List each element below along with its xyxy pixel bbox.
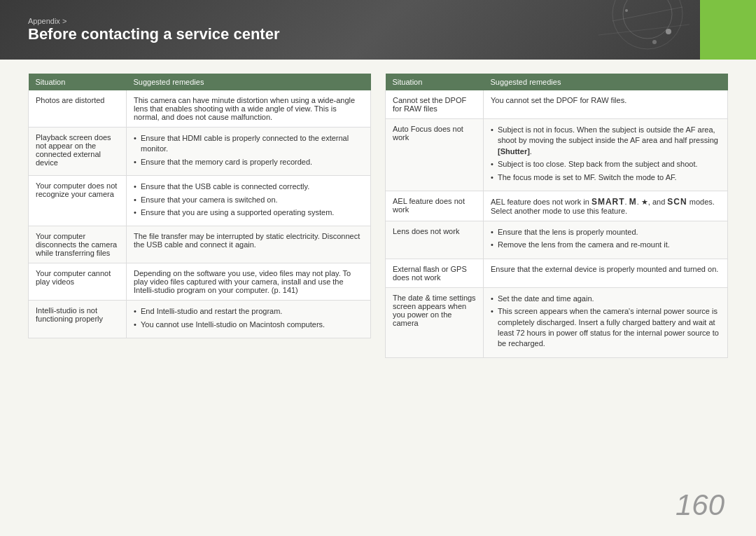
table-row: Your computer does not recognize your ca… xyxy=(29,176,371,226)
right-col1-header: Situation xyxy=(386,74,484,90)
remedy-cell: Ensure that the USB cable is connected c… xyxy=(127,176,371,226)
svg-point-0 xyxy=(623,0,672,39)
table-row: The date & time settings screen appears … xyxy=(386,287,728,357)
left-col2-header: Suggested remedies xyxy=(127,74,371,90)
situation-cell: The date & time settings screen appears … xyxy=(386,287,484,357)
remedy-cell: Ensure that the lens is properly mounted… xyxy=(484,221,728,259)
svg-point-2 xyxy=(666,29,671,34)
table-row: Photos are distortedThis camera can have… xyxy=(29,90,371,128)
left-table-header-row: Situation Suggested remedies xyxy=(29,74,371,90)
remedy-cell: Subject is not in focus. When the subjec… xyxy=(484,119,728,191)
main-title: Before contacting a service center xyxy=(28,25,279,43)
bullet-item: The focus mode is set to MF. Switch the … xyxy=(491,172,720,183)
situation-cell: Lens does not work xyxy=(386,221,484,259)
remedy-cell: End Intelli-studio and restart the progr… xyxy=(127,301,371,338)
left-col1-header: Situation xyxy=(29,74,127,90)
situation-cell: Photos are distorted xyxy=(29,90,127,128)
bullet-item: Ensure that HDMI cable is properly conne… xyxy=(134,133,363,155)
remedy-cell: You cannot set the DPOF for RAW files. xyxy=(484,90,728,119)
appendix-label: Appendix > xyxy=(28,17,279,25)
header-title: Appendix > Before contacting a service c… xyxy=(28,17,279,43)
page-header: Appendix > Before contacting a service c… xyxy=(0,0,756,60)
svg-line-6 xyxy=(598,25,690,35)
bullet-item: Subject is too close. Step back from the… xyxy=(491,159,720,170)
bullet-item: Ensure that the USB cable is connected c… xyxy=(134,181,363,192)
table-row: Lens does not workEnsure that the lens i… xyxy=(386,221,728,259)
bullet-item: End Intelli-studio and restart the progr… xyxy=(134,306,363,317)
table-row: Your computer disconnects the camera whi… xyxy=(29,226,371,263)
scn-keyword: SCN xyxy=(667,197,687,207)
bullet-item: Set the date and time again. xyxy=(491,294,720,304)
svg-point-4 xyxy=(652,40,657,44)
right-table-header-row: Situation Suggested remedies xyxy=(386,74,728,90)
remedy-cell: Set the date and time again.This screen … xyxy=(484,287,728,357)
bullet-item: Ensure that the lens is properly mounted… xyxy=(491,227,720,238)
table-row: Your computer cannot play videosDependin… xyxy=(29,263,371,301)
remedy-cell: This camera can have minute distortion w… xyxy=(127,90,371,128)
right-table: Situation Suggested remedies Cannot set … xyxy=(385,74,728,358)
header-decoration xyxy=(542,0,696,60)
table-row: Auto Focus does not workSubject is not i… xyxy=(386,119,728,191)
situation-cell: Auto Focus does not work xyxy=(386,119,484,191)
svg-point-3 xyxy=(625,9,628,12)
right-col2-header: Suggested remedies xyxy=(484,74,728,90)
table-row: Playback screen does not appear on the c… xyxy=(29,128,371,176)
ael-remedy-text: AEL feature does not work in SMART. M. ★… xyxy=(491,198,715,215)
bullet-item: Ensure that you are using a supported op… xyxy=(134,207,363,218)
situation-cell: Your computer disconnects the camera whi… xyxy=(29,226,127,263)
left-table: Situation Suggested remedies Photos are … xyxy=(28,74,371,338)
remedy-cell: Depending on the software you use, video… xyxy=(127,263,371,301)
situation-cell: Cannot set the DPOF for RAW files xyxy=(386,90,484,119)
remedy-cell: Ensure that the external device is prope… xyxy=(484,259,728,287)
remedy-cell: The file transfer may be interrupted by … xyxy=(127,226,371,263)
remedy-cell: Ensure that HDMI cable is properly conne… xyxy=(127,128,371,176)
bullet-item: This screen appears when the camera's in… xyxy=(491,306,720,350)
page-number: 160 xyxy=(676,488,724,522)
table-row: External flash or GPS does not workEnsur… xyxy=(386,259,728,287)
situation-cell: Your computer does not recognize your ca… xyxy=(29,176,127,226)
smart-keyword: SMART xyxy=(592,197,625,207)
bullet-item: Ensure that the memory card is properly … xyxy=(134,157,363,167)
bullet-item: Remove the lens from the camera and re-m… xyxy=(491,240,720,250)
bullet-item: Ensure that your camera is switched on. xyxy=(134,195,363,205)
right-table-section: Situation Suggested remedies Cannot set … xyxy=(385,74,728,358)
svg-point-1 xyxy=(612,0,682,49)
m-keyword: M xyxy=(629,197,637,207)
remedy-cell: AEL feature does not work in SMART. M. ★… xyxy=(484,191,728,221)
table-row: Cannot set the DPOF for RAW filesYou can… xyxy=(386,90,728,119)
bullet-item: Subject is not in focus. When the subjec… xyxy=(491,125,720,157)
situation-cell: Playback screen does not appear on the c… xyxy=(29,128,127,176)
situation-cell: AEL feature does not work xyxy=(386,191,484,221)
main-content: Situation Suggested remedies Photos are … xyxy=(0,60,756,372)
shutter-keyword: [Shutter] xyxy=(498,147,530,156)
situation-cell: Your computer cannot play videos xyxy=(29,263,127,301)
left-table-section: Situation Suggested remedies Photos are … xyxy=(28,74,371,358)
situation-cell: External flash or GPS does not work xyxy=(386,259,484,287)
table-row: AEL feature does not workAEL feature doe… xyxy=(386,191,728,221)
bullet-item: You cannot use Intelli-studio on Macinto… xyxy=(134,319,363,330)
table-row: Intelli-studio is not functioning proper… xyxy=(29,301,371,338)
situation-cell: Intelli-studio is not functioning proper… xyxy=(29,301,127,338)
